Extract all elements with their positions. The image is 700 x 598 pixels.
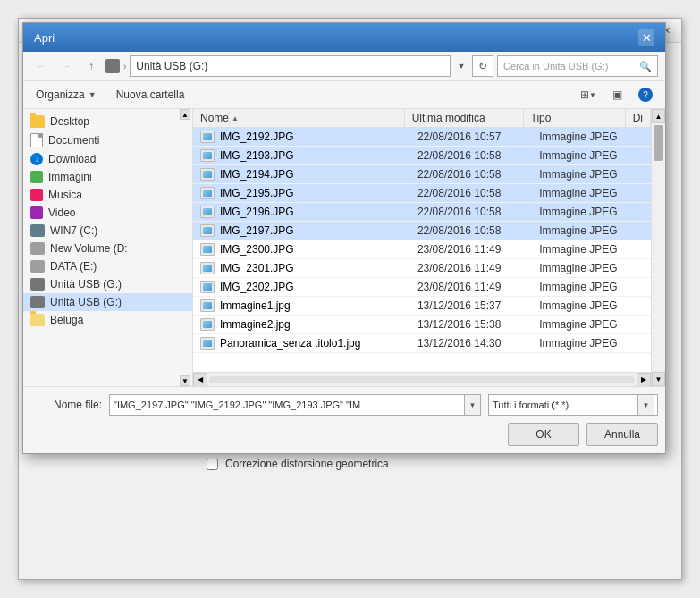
file-name-cell: Panoramica_senza titolo1.jpg xyxy=(193,334,410,352)
sidebar-item-new-volume[interactable]: New Volume (D: xyxy=(23,240,192,257)
view-pane-button[interactable]: ▣ xyxy=(604,85,629,105)
sidebar-label-musica: Musica xyxy=(48,189,82,201)
table-row[interactable]: IMG_2194.JPG 22/08/2016 10:58 Immagine J… xyxy=(193,165,651,184)
sidebar-scroll-down[interactable]: ▼ xyxy=(180,375,190,386)
v-scroll-down-button[interactable]: ▼ xyxy=(652,372,665,386)
cancel-button[interactable]: Annulla xyxy=(586,423,658,446)
usb-icon-nav xyxy=(30,278,45,291)
forward-button[interactable]: → xyxy=(55,56,77,76)
view-controls: ⊞ ▼ ▣ ? xyxy=(576,85,658,105)
vertical-scrollbar[interactable]: ▲ ▼ xyxy=(651,109,665,386)
file-name-cell: IMG_2196.JPG xyxy=(193,203,410,221)
h-scroll-track[interactable] xyxy=(209,376,635,383)
horizontal-scrollbar[interactable]: ◀ ▶ xyxy=(193,372,651,386)
v-scroll-track[interactable] xyxy=(652,123,665,372)
h-scroll-left-button[interactable]: ◀ xyxy=(193,373,207,387)
filename-dropdown-button[interactable]: ▼ xyxy=(464,395,480,415)
table-row[interactable]: IMG_2195.JPG 22/08/2016 10:58 Immagine J… xyxy=(193,184,651,203)
sidebar-item-desktop[interactable]: Desktop xyxy=(23,113,192,131)
file-name-text: IMG_2192.JPG xyxy=(220,131,294,143)
sidebar-item-data[interactable]: DATA (E:) xyxy=(23,257,192,275)
file-type-cell: Immagine JPEG xyxy=(532,165,637,183)
path-text: Unità USB (G:) xyxy=(136,60,207,72)
file-type-cell: Immagine JPEG xyxy=(532,259,637,277)
file-name-text: Immagine1.jpg xyxy=(220,299,291,312)
col-header-name[interactable]: Nome ▲ xyxy=(193,109,405,127)
table-row[interactable]: IMG_2196.JPG 22/08/2016 10:58 Immagine J… xyxy=(193,203,651,222)
filename-label: Nome file: xyxy=(30,399,102,411)
file-name-text: Panoramica_senza titolo1.jpg xyxy=(220,337,360,350)
col-header-date[interactable]: Ultima modifica xyxy=(405,109,524,127)
file-type-cell: Immagine JPEG xyxy=(532,297,637,315)
file-name-cell: IMG_2197.JPG xyxy=(193,222,410,240)
file-icon xyxy=(200,337,215,350)
file-icon xyxy=(200,131,215,143)
table-row[interactable]: IMG_2302.JPG 23/08/2016 11:49 Immagine J… xyxy=(193,278,651,297)
table-row[interactable]: IMG_2300.JPG 23/08/2016 11:49 Immagine J… xyxy=(193,240,651,259)
sidebar-item-musica[interactable]: Musica xyxy=(23,186,192,204)
usb-icon-sel xyxy=(30,296,45,308)
new-folder-button[interactable]: Nuova cartella xyxy=(111,87,190,103)
file-icon xyxy=(200,206,215,218)
table-row[interactable]: IMG_2301.JPG 23/08/2016 11:49 Immagine J… xyxy=(193,259,651,278)
view-grid-button[interactable]: ⊞ ▼ xyxy=(576,85,601,105)
ok-button[interactable]: OK xyxy=(508,423,579,446)
v-scroll-up-button[interactable]: ▲ xyxy=(652,109,665,123)
table-row[interactable]: IMG_2192.JPG 22/08/2016 10:57 Immagine J… xyxy=(193,128,651,147)
distorsione-checkbox[interactable] xyxy=(207,459,218,470)
col-header-dim[interactable]: Di xyxy=(626,109,651,127)
file-dim-cell xyxy=(637,341,651,346)
view-dropdown-icon: ▼ xyxy=(589,91,596,99)
file-date-cell: 23/08/2016 11:49 xyxy=(410,278,532,296)
file-name-text: IMG_2300.JPG xyxy=(220,243,294,256)
sidebar-label-usb-sel: Unità USB (G:) xyxy=(50,296,122,308)
sidebar-item-beluga[interactable]: Beluga xyxy=(23,311,192,329)
search-bar[interactable]: Cerca in Unità USB (G:) 🔍 xyxy=(497,55,658,77)
sidebar-item-immagini[interactable]: Immagini xyxy=(23,168,192,186)
table-row[interactable]: IMG_2197.JPG 22/08/2016 10:58 Immagine J… xyxy=(193,222,651,240)
col-dim-label: Di xyxy=(633,112,643,124)
file-name-text: IMG_2194.JPG xyxy=(220,168,294,181)
table-row[interactable]: Immagine2.jpg 13/12/2016 15:38 Immagine … xyxy=(193,316,651,334)
sidebar-item-win7[interactable]: WIN7 (C:) xyxy=(23,222,192,240)
file-date-cell: 22/08/2016 10:58 xyxy=(410,147,532,164)
sidebar-item-usb-g-sel[interactable]: Unità USB (G:) xyxy=(23,293,192,311)
file-name-cell: IMG_2300.JPG xyxy=(193,240,410,258)
v-scroll-thumb[interactable] xyxy=(654,125,663,161)
filename-input-wrap[interactable]: ▼ xyxy=(109,394,481,416)
file-type-cell: Immagine JPEG xyxy=(532,203,637,221)
sidebar-item-documenti[interactable]: Documenti xyxy=(23,131,192,150)
file-type-cell: Immagine JPEG xyxy=(532,278,637,296)
path-dropdown-button[interactable]: ▼ xyxy=(454,56,468,76)
up-button[interactable]: ↑ xyxy=(80,56,102,76)
file-name-text: IMG_2195.JPG xyxy=(220,187,294,199)
back-button[interactable]: ← xyxy=(30,56,52,76)
file-icon xyxy=(200,168,215,181)
refresh-button[interactable]: ↻ xyxy=(472,55,493,77)
h-scroll-right-button[interactable]: ▶ xyxy=(637,373,651,387)
sidebar-scroll-up[interactable]: ▲ xyxy=(180,109,190,120)
file-dim-cell xyxy=(637,284,651,290)
table-row[interactable]: IMG_2193.JPG 22/08/2016 10:58 Immagine J… xyxy=(193,147,651,165)
view-pane-icon: ▣ xyxy=(612,88,622,101)
view-grid-icon: ⊞ xyxy=(580,88,589,101)
file-name-text: Immagine2.jpg xyxy=(220,318,291,331)
path-bar[interactable]: Unità USB (G:) xyxy=(130,55,451,77)
table-row[interactable]: Immagine1.jpg 13/12/2016 15:37 Immagine … xyxy=(193,297,651,316)
sidebar-label-new-volume: New Volume (D: xyxy=(50,242,128,255)
dialog-close-button[interactable]: ✕ xyxy=(638,29,654,46)
help-button[interactable]: ? xyxy=(633,85,658,105)
table-row[interactable]: Panoramica_senza titolo1.jpg 13/12/2016 … xyxy=(193,334,651,353)
format-dropdown-icon: ▼ xyxy=(637,395,654,415)
file-area: Nome ▲ Ultima modifica Tipo Di xyxy=(193,109,651,386)
sidebar-item-video[interactable]: Video xyxy=(23,204,192,222)
format-select[interactable]: Tutti i formati (*.*) ▼ xyxy=(488,394,658,416)
file-date-cell: 22/08/2016 10:58 xyxy=(410,222,532,240)
col-header-type[interactable]: Tipo xyxy=(524,109,626,127)
filename-input[interactable] xyxy=(110,400,464,410)
sidebar-item-download[interactable]: ↓ Download xyxy=(23,150,192,168)
file-name-text: IMG_2301.JPG xyxy=(220,262,294,274)
sidebar-item-usb-g-nav[interactable]: Unità USB (G:) xyxy=(23,275,192,293)
organize-button[interactable]: Organizza ▼ xyxy=(30,87,102,103)
action-bar: Organizza ▼ Nuova cartella ⊞ ▼ ▣ ? xyxy=(23,81,665,109)
